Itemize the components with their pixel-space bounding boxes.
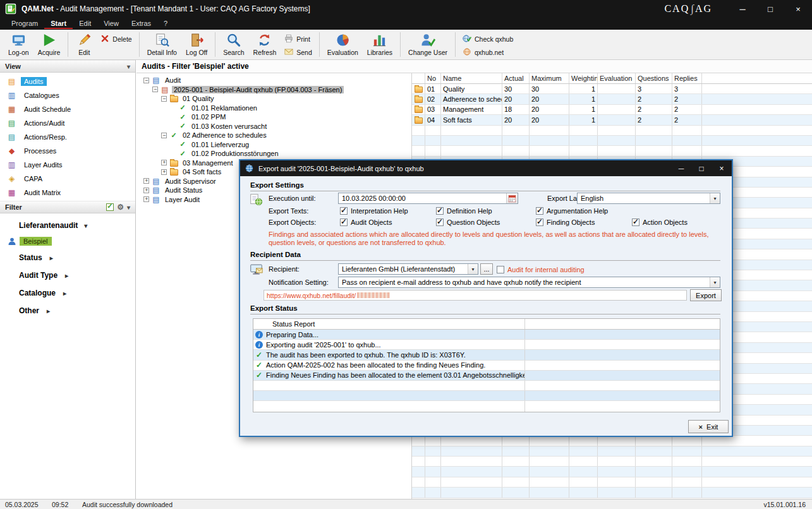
checkbox-argumentation-help[interactable]: Argumentation Help bbox=[536, 206, 608, 216]
menu-program[interactable]: Program bbox=[5, 18, 44, 29]
tree-node-2025-001[interactable]: ▤ 2025-001 - Beispiel-Audit qxhub (FP.00… bbox=[136, 85, 411, 95]
tree-node-02-adherence[interactable]: 02 Adherence to schedules bbox=[136, 131, 411, 140]
edit-button[interactable]: Edit bbox=[71, 30, 97, 59]
qxhub-net-button[interactable]: qxhub.net bbox=[463, 47, 513, 57]
col-weighting[interactable]: Weighting bbox=[569, 73, 598, 83]
col-questions[interactable]: Questions bbox=[636, 73, 672, 83]
expander-plus-icon[interactable] bbox=[143, 188, 149, 193]
view-panel-header[interactable]: View ▾ bbox=[0, 60, 135, 73]
dialog-minimize-button[interactable]: ─ bbox=[671, 160, 691, 176]
logon-button[interactable]: Log-on bbox=[4, 30, 33, 59]
change-user-button[interactable]: Change User bbox=[404, 30, 452, 59]
detail-info-button[interactable]: Detail Info bbox=[143, 30, 181, 59]
print-button[interactable]: Print bbox=[284, 34, 312, 44]
checkbox-action-objects[interactable]: Action Objects bbox=[632, 217, 688, 227]
filter-active-checkbox-icon[interactable] bbox=[106, 203, 114, 211]
acquire-button[interactable]: Acquire bbox=[33, 30, 65, 59]
checkbox-internal-audit[interactable]: Audit for internal auditing bbox=[497, 265, 585, 275]
sidebar-item-actions-audit[interactable]: ▤ Actions/Audit bbox=[0, 116, 135, 130]
execution-until-field[interactable]: 10.03.2025 00:00:00 bbox=[338, 193, 518, 204]
sidebar-item-processes[interactable]: ◆ Processes bbox=[0, 144, 135, 158]
sidebar-item-audit-schedule[interactable]: ▦ Audit Schedule bbox=[0, 102, 135, 116]
send-button[interactable]: Send bbox=[284, 47, 312, 57]
checkbox-definition-help[interactable]: Definition Help bbox=[436, 206, 492, 216]
calendar-icon[interactable] bbox=[506, 193, 518, 203]
menu-edit[interactable]: Edit bbox=[73, 18, 97, 29]
col-actual[interactable]: Actual bbox=[502, 73, 530, 83]
expander-plus-icon[interactable] bbox=[161, 160, 167, 165]
col-maximum[interactable]: Maximum bbox=[530, 73, 569, 83]
tree-node-ppm[interactable]: 01.02 PPM bbox=[136, 112, 411, 122]
close-button[interactable]: × bbox=[784, 0, 812, 18]
log-off-button[interactable]: Log Off bbox=[181, 30, 212, 59]
expander-minus-icon[interactable] bbox=[152, 87, 158, 92]
expander-plus-icon[interactable] bbox=[161, 169, 167, 175]
maximize-button[interactable]: □ bbox=[756, 0, 784, 18]
checkbox-audit-objects[interactable]: Audit Objects bbox=[340, 217, 392, 227]
expander-plus-icon[interactable] bbox=[143, 196, 149, 202]
chevron-down-icon[interactable]: ▾ bbox=[127, 63, 130, 70]
col-evaluation[interactable]: Evaluation bbox=[598, 73, 636, 83]
checkbox-finding-objects[interactable]: Finding Objects bbox=[536, 217, 595, 227]
checkbox-interpretation-help[interactable]: Interpretation Help bbox=[340, 206, 408, 216]
col-replies[interactable]: Replies bbox=[672, 73, 702, 83]
sidebar-item-actions-resp[interactable]: ▤ Actions/Resp. bbox=[0, 130, 135, 144]
dialog-maximize-button[interactable]: □ bbox=[691, 160, 712, 176]
search-button[interactable]: Search bbox=[219, 30, 248, 59]
menu-extras[interactable]: Extras bbox=[125, 18, 157, 29]
sidebar-item-catalogues[interactable]: ▥ Catalogues bbox=[0, 88, 135, 102]
tree-node-01-quality[interactable]: 01 Quality bbox=[136, 94, 411, 104]
expander-minus-icon[interactable] bbox=[143, 78, 149, 83]
filter-selected-beispiel[interactable]: Beispiel bbox=[0, 234, 135, 249]
expander-minus-icon[interactable] bbox=[161, 96, 167, 102]
filter-group-audit-type[interactable]: Audit Type ▸ bbox=[0, 266, 135, 284]
filter-type-dropdown[interactable]: Lieferantenaudit ▾ bbox=[0, 217, 135, 234]
tree-node-produktionsstoerungen[interactable]: 01.02 Produktionsstörungen bbox=[136, 149, 411, 159]
dialog-titlebar[interactable]: Export audit '2025-001-Beispiel-Audit qx… bbox=[240, 160, 732, 176]
refresh-button[interactable]: Refresh bbox=[248, 30, 281, 59]
filter-group-other[interactable]: Other ▸ bbox=[0, 302, 135, 320]
filter-group-catalogue[interactable]: Catalogue ▸ bbox=[0, 284, 135, 302]
qxhub-url-field[interactable]: https://www.qxhub.net/fillaudit/ bbox=[264, 290, 687, 301]
qxhub-url[interactable]: https://www.qxhub.net/fillaudit/ bbox=[267, 292, 356, 299]
menu-help[interactable]: ? bbox=[157, 18, 174, 29]
export-url-button[interactable]: Export bbox=[690, 289, 722, 301]
expander-minus-icon[interactable] bbox=[161, 133, 167, 138]
dialog-close-button[interactable]: × bbox=[712, 160, 732, 176]
chevron-down-icon[interactable]: ▾ bbox=[710, 277, 720, 287]
sidebar-item-capa[interactable]: ◈ CAPA bbox=[0, 172, 135, 186]
expander-plus-icon[interactable] bbox=[143, 178, 149, 184]
tree-node-lieferverzug[interactable]: 01.01 Lieferverzug bbox=[136, 140, 411, 150]
menu-start[interactable]: Start bbox=[44, 18, 73, 29]
tree-node-kosten[interactable]: 01.03 Kosten verursacht bbox=[136, 122, 411, 131]
minimize-button[interactable]: ─ bbox=[729, 0, 756, 18]
evaluation-button[interactable]: Evaluation bbox=[323, 30, 363, 59]
col-name[interactable]: Name bbox=[441, 73, 502, 83]
recipient-browse-button[interactable]: ... bbox=[480, 263, 493, 275]
chevron-down-icon[interactable]: ▾ bbox=[127, 204, 130, 211]
exit-button[interactable]: × Exit bbox=[688, 420, 729, 433]
menu-view[interactable]: View bbox=[97, 18, 125, 29]
notification-setting-select[interactable]: Pass on recipient e-mail address to qxhu… bbox=[338, 277, 720, 288]
table-row[interactable]: 04 Soft facts 20 20 1 2 2 bbox=[412, 115, 812, 125]
col-no[interactable]: No bbox=[425, 73, 441, 83]
sidebar-item-audits[interactable]: ▤ Audits bbox=[0, 75, 135, 88]
table-row[interactable]: 03 Management 18 20 1 2 2 bbox=[412, 105, 812, 115]
filter-panel-header[interactable]: Filter ⚙ ▾ bbox=[0, 201, 135, 213]
recipient-select[interactable]: Lieferanten GmbH (Lieferantenstadt) ▾ bbox=[338, 263, 478, 275]
chevron-down-icon[interactable]: ▾ bbox=[468, 264, 478, 274]
checkbox-question-objects[interactable]: Question Objects bbox=[436, 217, 500, 227]
check-qxhub-button[interactable]: Check qxhub bbox=[463, 34, 513, 44]
libraries-button[interactable]: Libraries bbox=[363, 30, 397, 59]
table-row[interactable]: 01 Quality 30 30 1 3 3 bbox=[412, 84, 812, 94]
filter-group-status[interactable]: Status ▸ bbox=[0, 249, 135, 266]
delete-button[interactable]: Delete bbox=[100, 34, 131, 44]
table-row[interactable]: 02 Adherence to schedules 20 20 1 2 2 bbox=[412, 94, 812, 104]
gear-icon[interactable]: ⚙ bbox=[117, 203, 124, 211]
chevron-down-icon[interactable]: ▾ bbox=[710, 193, 720, 203]
tree-node-reklamationen[interactable]: 01.01 Reklamationen bbox=[136, 104, 411, 113]
sidebar-item-audit-matrix[interactable]: ▦ Audit Matrix bbox=[0, 186, 135, 200]
sidebar-item-layer-audits[interactable]: ▥ Layer Audits bbox=[0, 158, 135, 172]
tree-node-audit[interactable]: ▤ Audit bbox=[136, 76, 411, 85]
export-language-select[interactable]: English ▾ bbox=[577, 193, 720, 204]
